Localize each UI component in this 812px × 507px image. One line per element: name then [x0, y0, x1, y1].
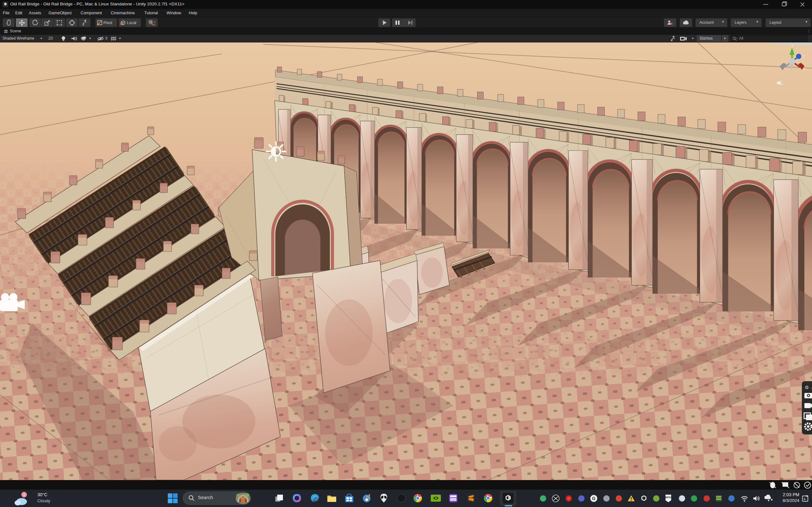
svg-text:...: ... [809, 385, 812, 389]
svg-text:⚙: ⚙ [805, 385, 809, 390]
svg-text:x: x [803, 67, 805, 71]
svg-text:1: 1 [23, 493, 26, 497]
svg-text:G: G [592, 496, 596, 501]
svg-text:y: y [792, 43, 793, 47]
svg-text:EPIC: EPIC [665, 496, 671, 499]
svg-text:z: z [803, 54, 805, 58]
